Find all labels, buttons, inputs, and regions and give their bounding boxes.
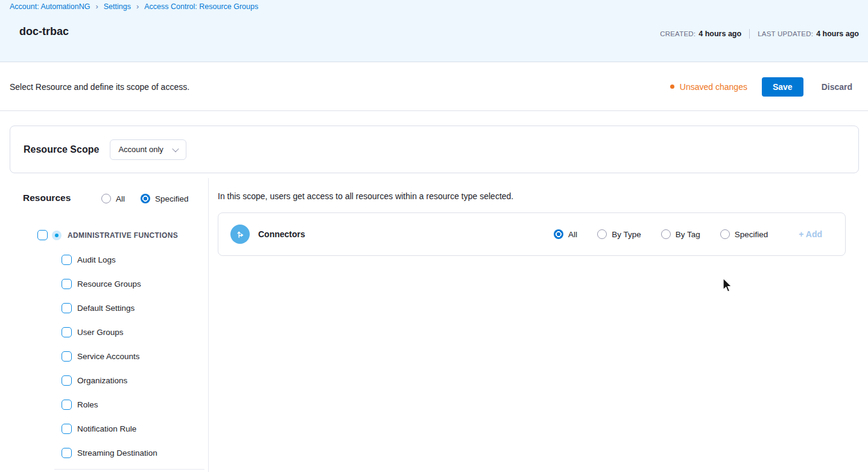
breadcrumb-settings[interactable]: Settings bbox=[104, 2, 131, 11]
checkbox[interactable] bbox=[62, 400, 72, 410]
chevron-down-icon bbox=[172, 145, 179, 151]
mouse-cursor-icon bbox=[722, 278, 734, 297]
group-label: ADMINISTRATIVE FUNCTIONS bbox=[68, 231, 178, 240]
connectors-icon bbox=[230, 225, 250, 244]
resource-scope-selected-value: Account only bbox=[118, 145, 163, 154]
group-checkbox[interactable] bbox=[37, 230, 48, 240]
radio-selected-icon[interactable] bbox=[554, 229, 563, 239]
save-button[interactable]: Save bbox=[762, 77, 803, 97]
checkbox[interactable] bbox=[62, 351, 72, 362]
last-updated-label: LAST UPDATED: bbox=[758, 30, 813, 37]
list-item-service-accounts: Service Accounts bbox=[62, 344, 157, 368]
radio-icon[interactable] bbox=[597, 229, 607, 239]
access-option-specified[interactable]: Specified bbox=[720, 229, 768, 239]
toolbar: Select Resource and define its scope of … bbox=[0, 63, 868, 111]
resource-scope-label: Resource Scope bbox=[24, 144, 99, 155]
collapse-toggle-icon[interactable] bbox=[52, 231, 62, 240]
chevron-right-icon: › bbox=[136, 2, 139, 10]
toggle-dot-icon bbox=[55, 234, 59, 237]
created-label: CREATED: bbox=[660, 30, 695, 37]
access-option-by-type[interactable]: By Type bbox=[597, 229, 641, 239]
scope-info-text: In this scope, users get access to all r… bbox=[218, 191, 513, 201]
resource-scope-card: Resource Scope Account only bbox=[10, 126, 859, 173]
checkbox[interactable] bbox=[62, 279, 72, 289]
resources-panel-title: Resources bbox=[23, 193, 71, 203]
connectors-resource-row: Connectors All By Type By Tag Specified … bbox=[218, 212, 846, 256]
list-item-audit-logs: Audit Logs bbox=[62, 247, 157, 272]
list-item-roles: Roles bbox=[62, 392, 157, 416]
list-item-user-groups: User Groups bbox=[62, 320, 157, 344]
resource-type-list: Audit Logs Resource Groups Default Setti… bbox=[62, 247, 157, 465]
toolbar-actions: Unsaved changes Save Discard bbox=[670, 77, 858, 97]
resources-filter-options: All Specified bbox=[101, 194, 189, 203]
radio-icon[interactable] bbox=[101, 194, 111, 203]
checkbox[interactable] bbox=[62, 424, 72, 434]
unsaved-changes-label: Unsaved changes bbox=[680, 82, 747, 92]
checkbox[interactable] bbox=[62, 375, 72, 386]
resource-scope-select[interactable]: Account only bbox=[110, 139, 186, 160]
breadcrumb-account[interactable]: Account: AutomationNG bbox=[10, 2, 90, 11]
list-item-organizations: Organizations bbox=[62, 368, 157, 392]
chevron-right-icon: › bbox=[95, 2, 98, 10]
partial-row-divider bbox=[54, 469, 204, 470]
breadcrumb-access-control[interactable]: Access Control: Resource Groups bbox=[144, 2, 258, 11]
created-value: 4 hours ago bbox=[699, 30, 741, 38]
pane-divider bbox=[208, 178, 209, 472]
access-option-by-tag[interactable]: By Tag bbox=[661, 229, 700, 239]
page: Account: AutomationNG › Settings › Acces… bbox=[0, 0, 868, 472]
resource-name: Connectors bbox=[258, 229, 305, 239]
radio-selected-icon[interactable] bbox=[141, 194, 150, 203]
breadcrumb: Account: AutomationNG › Settings › Acces… bbox=[10, 2, 258, 11]
access-option-all[interactable]: All bbox=[554, 229, 577, 239]
list-item-streaming-destination: Streaming Destination bbox=[62, 441, 157, 465]
checkbox[interactable] bbox=[62, 448, 72, 458]
radio-icon[interactable] bbox=[720, 229, 730, 239]
checkbox[interactable] bbox=[62, 255, 72, 265]
last-updated-value: 4 hours ago bbox=[816, 30, 859, 38]
resources-filter-all[interactable]: All bbox=[101, 194, 125, 203]
access-scope-options: All By Type By Tag Specified + Add bbox=[554, 229, 833, 239]
radio-icon[interactable] bbox=[661, 229, 671, 239]
list-item-notification-rule: Notification Rule bbox=[62, 416, 157, 441]
page-title: doc-trbac bbox=[19, 25, 69, 38]
meta-divider bbox=[749, 29, 750, 39]
list-item-default-settings: Default Settings bbox=[62, 296, 157, 320]
unsaved-changes-indicator: Unsaved changes bbox=[670, 82, 747, 92]
resources-filter-specified[interactable]: Specified bbox=[141, 194, 189, 203]
discard-button[interactable]: Discard bbox=[816, 77, 858, 97]
checkbox[interactable] bbox=[62, 303, 72, 313]
list-item-resource-groups: Resource Groups bbox=[62, 272, 157, 296]
header-meta: CREATED: 4 hours ago LAST UPDATED: 4 hou… bbox=[660, 29, 859, 39]
checkbox[interactable] bbox=[62, 327, 72, 337]
add-link[interactable]: + Add bbox=[799, 229, 822, 239]
toolbar-description: Select Resource and define its scope of … bbox=[10, 82, 189, 92]
resource-group-administrative-functions: ADMINISTRATIVE FUNCTIONS bbox=[37, 230, 178, 240]
unsaved-dot-icon bbox=[670, 85, 674, 89]
page-header: Account: AutomationNG › Settings › Acces… bbox=[0, 0, 868, 62]
